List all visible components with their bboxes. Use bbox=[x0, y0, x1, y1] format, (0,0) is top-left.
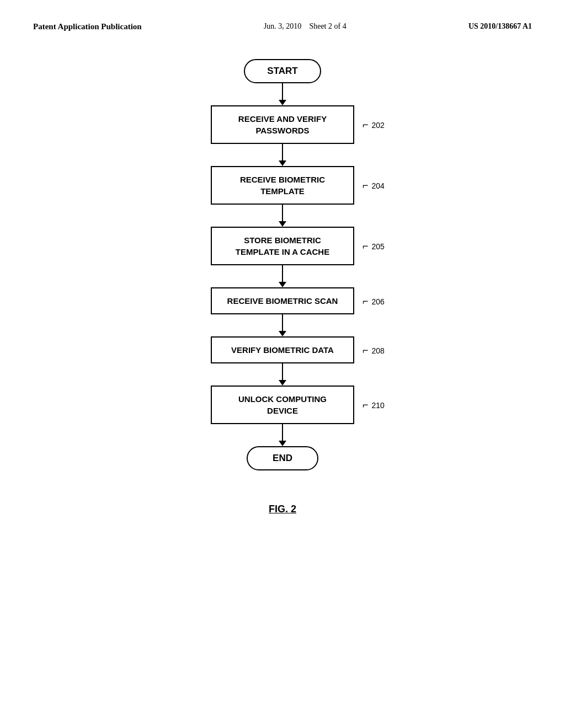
publication-date: Jun. 3, 2010 bbox=[264, 22, 301, 30]
step-202-label: ⌐ 202 bbox=[363, 119, 385, 131]
arrow-line-6 bbox=[282, 363, 283, 380]
arrow-5 bbox=[279, 314, 286, 336]
sheet-info: Sheet 2 of 4 bbox=[309, 22, 346, 30]
arrow-3 bbox=[279, 205, 286, 227]
figure-caption: FIG. 2 bbox=[269, 504, 296, 515]
arrow-head-6 bbox=[279, 380, 286, 386]
diagram-area: START RECEIVE AND VERIFYPASSWORDS ⌐ 202 … bbox=[0, 42, 565, 515]
step-210-box: UNLOCK COMPUTINGDEVICE bbox=[211, 386, 354, 424]
arrow-head-4 bbox=[279, 282, 286, 287]
arrow-head bbox=[279, 100, 286, 105]
step-204-row: RECEIVE BIOMETRICTEMPLATE ⌐ 204 bbox=[211, 166, 354, 205]
step-205-label: ⌐ 205 bbox=[363, 240, 385, 252]
step-205-box: STORE BIOMETRICTEMPLATE IN A CACHE bbox=[211, 227, 354, 265]
arrow-line-2 bbox=[282, 144, 283, 160]
arrow-7 bbox=[279, 424, 286, 446]
step-202-row: RECEIVE AND VERIFYPASSWORDS ⌐ 202 bbox=[211, 105, 354, 144]
page-header: Patent Application Publication Jun. 3, 2… bbox=[0, 0, 565, 42]
step-208-row: VERIFY BIOMETRIC DATA ⌐ 208 bbox=[211, 336, 354, 363]
arrow-line-3 bbox=[282, 205, 283, 221]
arrow-head-2 bbox=[279, 160, 286, 166]
start-row: START bbox=[244, 59, 321, 83]
step-204-label: ⌐ 204 bbox=[363, 180, 385, 191]
arrow-line-4 bbox=[282, 265, 283, 282]
publication-label: Patent Application Publication bbox=[33, 22, 142, 31]
step-206-box: RECEIVE BIOMETRIC SCAN bbox=[211, 287, 354, 314]
end-row: END bbox=[247, 446, 318, 470]
header-center: Jun. 3, 2010 Sheet 2 of 4 bbox=[264, 22, 347, 31]
arrow-head-3 bbox=[279, 221, 286, 227]
arrow-head-7 bbox=[279, 441, 286, 446]
start-box: START bbox=[244, 59, 321, 83]
step-202-box: RECEIVE AND VERIFYPASSWORDS bbox=[211, 105, 354, 144]
arrow-2 bbox=[279, 144, 286, 166]
flowchart: START RECEIVE AND VERIFYPASSWORDS ⌐ 202 … bbox=[211, 59, 354, 470]
step-204-box: RECEIVE BIOMETRICTEMPLATE bbox=[211, 166, 354, 205]
step-205-row: STORE BIOMETRICTEMPLATE IN A CACHE ⌐ 205 bbox=[211, 227, 354, 265]
step-208-label: ⌐ 208 bbox=[363, 344, 385, 356]
arrow-head-5 bbox=[279, 331, 286, 336]
arrow-line-5 bbox=[282, 314, 283, 331]
step-206-label: ⌐ 206 bbox=[363, 295, 385, 307]
arrow-4 bbox=[279, 265, 286, 287]
end-box: END bbox=[247, 446, 318, 470]
step-208-box: VERIFY BIOMETRIC DATA bbox=[211, 336, 354, 363]
step-210-label: ⌐ 210 bbox=[363, 399, 385, 411]
arrow-1 bbox=[279, 83, 286, 105]
step-206-row: RECEIVE BIOMETRIC SCAN ⌐ 206 bbox=[211, 287, 354, 314]
step-210-row: UNLOCK COMPUTINGDEVICE ⌐ 210 bbox=[211, 386, 354, 424]
arrow-line-7 bbox=[282, 424, 283, 441]
arrow-6 bbox=[279, 363, 286, 386]
arrow-line bbox=[282, 83, 283, 100]
patent-number: US 2010/138667 A1 bbox=[468, 22, 532, 31]
